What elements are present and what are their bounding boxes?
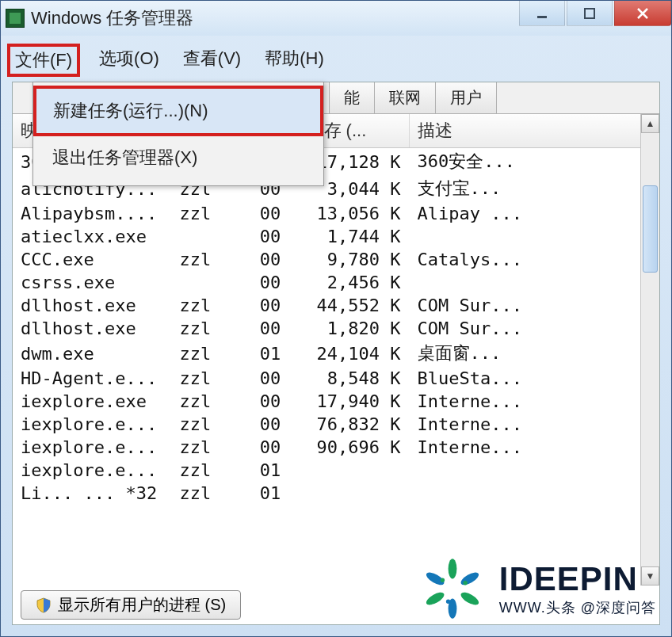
svg-point-6	[424, 590, 445, 608]
table-row[interactable]: Alipaybsm....zzl0013,056 KAlipay ...	[13, 202, 659, 225]
process-desc	[409, 459, 659, 482]
scrollbar-vertical[interactable]: ▲ ▼	[640, 114, 659, 586]
svg-point-10	[440, 578, 444, 582]
table-row[interactable]: atieclxx.exe001,744 K	[13, 225, 659, 248]
process-name: csrss.exe	[13, 271, 171, 294]
process-cpu: 00	[242, 248, 298, 271]
svg-point-4	[459, 590, 480, 608]
table-row[interactable]: dllhost.exezzl001,820 KCOM Sur...	[13, 317, 659, 340]
table-row[interactable]: iexplore.e...zzl01	[13, 459, 659, 482]
watermark-brand: IDEEPIN	[499, 560, 638, 598]
process-user: zzl	[171, 248, 242, 271]
process-user: zzl	[171, 294, 242, 317]
process-cpu: 01	[242, 482, 298, 505]
process-cpu: 00	[242, 390, 298, 413]
process-cpu: 00	[242, 413, 298, 436]
minimize-icon	[536, 7, 548, 20]
svg-rect-1	[585, 9, 594, 18]
process-user: zzl	[171, 413, 242, 436]
process-name: Li... ... *32	[13, 482, 171, 505]
process-name: dwm.exe	[13, 340, 171, 367]
process-desc: 桌面窗...	[409, 340, 659, 367]
svg-point-2	[448, 559, 456, 578]
table-row[interactable]: dwm.exezzl0124,104 K桌面窗...	[13, 340, 659, 367]
process-desc: Interne...	[409, 390, 659, 413]
process-memory: 1,744 K	[298, 225, 409, 248]
table-row[interactable]: HD-Agent.e...zzl008,548 KBlueSta...	[13, 367, 659, 390]
table-row[interactable]: CCC.exezzl009,780 KCatalys...	[13, 248, 659, 271]
process-memory: 24,104 K	[298, 340, 409, 367]
process-name: dllhost.exe	[13, 294, 171, 317]
process-memory: 44,552 K	[298, 294, 409, 317]
process-memory: 17,940 K	[298, 390, 409, 413]
process-desc	[409, 225, 659, 248]
close-icon	[636, 6, 650, 21]
menu-item-exit[interactable]: 退出任务管理器(X)	[35, 135, 322, 181]
process-cpu: 00	[242, 367, 298, 390]
minimize-button[interactable]	[519, 1, 565, 26]
maximize-icon	[583, 7, 596, 20]
svg-point-3	[459, 570, 480, 587]
menu-help[interactable]: 帮助(H)	[260, 44, 329, 77]
process-user: zzl	[171, 482, 242, 505]
process-desc: COM Sur...	[409, 294, 659, 317]
process-cpu: 01	[242, 459, 298, 482]
process-user: zzl	[171, 202, 242, 225]
table-row[interactable]: csrss.exe002,456 K	[13, 271, 659, 294]
maximize-button[interactable]	[567, 1, 613, 26]
tab-networking[interactable]: 联网	[375, 82, 436, 113]
process-desc: 支付宝...	[409, 175, 659, 202]
process-user: zzl	[171, 390, 242, 413]
show-all-users-label: 显示所有用户的进程 (S)	[58, 594, 226, 616]
process-name: atieclxx.exe	[13, 225, 171, 248]
watermark-attribution: WWW.头条 @深度问答	[499, 598, 656, 617]
process-desc: 360安全...	[409, 148, 659, 176]
process-memory: 13,056 K	[298, 202, 409, 225]
process-user	[171, 271, 242, 294]
menu-options[interactable]: 选项(O)	[94, 44, 164, 77]
process-name: HD-Agent.e...	[13, 367, 171, 390]
process-cpu: 00	[242, 294, 298, 317]
process-cpu: 00	[242, 271, 298, 294]
process-memory: 76,832 K	[298, 413, 409, 436]
process-cpu: 00	[242, 436, 298, 459]
scroll-up-button[interactable]: ▲	[641, 114, 659, 133]
tab-users[interactable]: 用户	[436, 82, 497, 113]
process-user: zzl	[171, 459, 242, 482]
menu-view[interactable]: 查看(V)	[178, 44, 246, 77]
process-name: iexplore.e...	[13, 413, 171, 436]
process-name: dllhost.exe	[13, 317, 171, 340]
table-row[interactable]: iexplore.e...zzl0090,696 KInterne...	[13, 436, 659, 459]
watermark-text: IDEEPIN WWW.头条 @深度问答	[499, 560, 656, 617]
process-name: iexplore.e...	[13, 459, 171, 482]
process-memory	[298, 459, 409, 482]
close-button[interactable]	[614, 1, 671, 26]
svg-rect-0	[537, 16, 547, 18]
process-cpu: 00	[242, 225, 298, 248]
process-desc	[409, 271, 659, 294]
titlebar[interactable]: Windows 任务管理器	[1, 1, 671, 36]
tab-performance-partial[interactable]: 能	[330, 82, 375, 113]
shield-icon	[36, 597, 52, 613]
table-row[interactable]: iexplore.e...zzl0076,832 KInterne...	[13, 413, 659, 436]
menu-item-new-task[interactable]: 新建任务(运行...)(N)	[35, 87, 322, 135]
table-row[interactable]: Li... ... *32zzl01	[13, 482, 659, 505]
process-name: CCC.exe	[13, 248, 171, 271]
table-row[interactable]: dllhost.exezzl0044,552 KCOM Sur...	[13, 294, 659, 317]
process-user: zzl	[171, 436, 242, 459]
process-memory: 1,820 K	[298, 317, 409, 340]
table-row[interactable]: iexplore.exezzl0017,940 KInterne...	[13, 390, 659, 413]
show-all-users-button[interactable]: 显示所有用户的进程 (S)	[21, 590, 241, 620]
process-user: zzl	[171, 367, 242, 390]
menubar: 文件(F) 选项(O) 查看(V) 帮助(H)	[1, 36, 671, 82]
file-dropdown-menu: 新建任务(运行...)(N) 退出任务管理器(X)	[32, 82, 324, 186]
process-memory: 8,548 K	[298, 367, 409, 390]
menu-file[interactable]: 文件(F)	[7, 44, 80, 77]
process-desc: Alipay ...	[409, 202, 659, 225]
watermark: IDEEPIN WWW.头条 @深度问答	[417, 553, 656, 624]
col-description[interactable]: 描述	[409, 114, 659, 148]
scroll-thumb[interactable]	[643, 185, 658, 273]
process-cpu: 01	[242, 340, 298, 367]
svg-point-8	[463, 581, 467, 585]
process-memory	[298, 482, 409, 505]
